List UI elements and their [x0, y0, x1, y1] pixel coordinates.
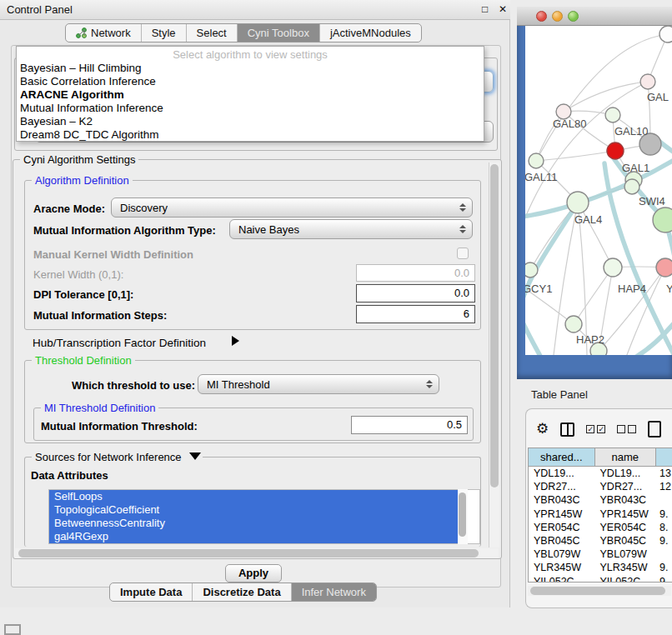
collapse-arrow-icon[interactable]	[189, 452, 201, 460]
dropdown-item[interactable]: Bayesian – K2	[17, 115, 484, 128]
network-window-titlebar	[517, 7, 672, 26]
tab-cyni-toolbox[interactable]: Cyni Toolbox	[238, 24, 320, 42]
tab-network[interactable]: Network	[66, 24, 142, 42]
expand-arrow-icon[interactable]	[232, 336, 239, 346]
table-row[interactable]: YLR345W YLR345W 9.	[529, 561, 672, 574]
network-node[interactable]	[565, 316, 582, 332]
column-header-shared-name[interactable]: shared...	[529, 448, 595, 466]
mi-threshold-field[interactable]: 0.5	[351, 416, 468, 434]
tab-select[interactable]: Select	[187, 24, 238, 42]
tab-infer-network[interactable]: Infer Network	[292, 583, 376, 601]
node-label: HAP4	[618, 282, 646, 295]
tab-style[interactable]: Style	[142, 24, 187, 42]
aracne-mode-label: Aracne Mode:	[33, 202, 105, 215]
close-window-icon[interactable]	[536, 11, 547, 22]
manual-kernel-checkbox[interactable]	[457, 248, 469, 259]
collapsed-panel-icon[interactable]	[4, 624, 21, 635]
attribute-list-scrollbar[interactable]	[458, 489, 468, 544]
dropdown-prompt: Select algorithm to view settings	[17, 47, 484, 62]
settings-vertical-scrollbar[interactable]	[489, 162, 499, 548]
cell: 8.	[656, 521, 672, 534]
mi-type-value: Naive Bayes	[238, 223, 299, 236]
column-layout-icon[interactable]	[560, 422, 574, 437]
network-graph	[525, 26, 672, 355]
minimize-window-icon[interactable]	[552, 11, 563, 22]
apply-button[interactable]: Apply	[225, 564, 282, 582]
dpi-tolerance-field[interactable]: 0.0	[356, 284, 475, 302]
cell: YER054C	[529, 521, 595, 534]
mi-algorithm-type-combo[interactable]: Naive Bayes	[229, 219, 473, 239]
close-icon[interactable]: ✕	[499, 3, 507, 15]
scrollbar-thumb[interactable]	[490, 164, 499, 488]
dropdown-item[interactable]: Dream8 DC_TDC Algorithm	[17, 128, 484, 142]
aracne-mode-value: Discovery	[120, 202, 168, 214]
which-threshold-combo[interactable]: MI Threshold	[198, 374, 439, 394]
settings-horizontal-scrollbar[interactable]	[15, 548, 499, 558]
column-header-name[interactable]: name	[595, 448, 657, 466]
tab-discretize-data[interactable]: Discretize Data	[193, 583, 291, 601]
dropdown-item[interactable]: Mutual Information Inference	[17, 102, 484, 115]
bottom-tabbar: Impute Data Discretize Data Infer Networ…	[109, 582, 377, 602]
gear-icon[interactable]: ⚙	[536, 421, 549, 438]
dropdown-item-selected[interactable]: ARACNE Algorithm	[17, 88, 484, 102]
network-node[interactable]	[605, 108, 620, 122]
control-panel-titlebar: Control Panel □ ✕	[0, 0, 510, 20]
network-node[interactable]	[656, 258, 672, 277]
combo-arrows-icon	[426, 380, 433, 388]
export-table-icon[interactable]	[648, 421, 661, 438]
aracne-mode-combo[interactable]: Discovery	[111, 198, 473, 218]
scrollbar-thumb[interactable]	[18, 549, 479, 558]
table-row[interactable]: YBL079W YBL079W	[529, 548, 672, 561]
table-row[interactable]: YIL052C YIL052C 9.	[529, 575, 672, 583]
cell: YIL052C	[595, 575, 657, 583]
cell: YBL079W	[595, 548, 657, 561]
scrollbar-thumb[interactable]	[530, 587, 665, 595]
checked-box-icon: ✓	[586, 425, 594, 433]
table-panel: ⚙ ✓ ✓ shared... name YDL19... YDL19... 1…	[525, 408, 672, 608]
dropdown-item[interactable]: Bayesian – Hill Climbing	[17, 62, 484, 75]
network-node[interactable]	[604, 258, 622, 277]
table-row[interactable]: YER054C YER054C 8.	[529, 521, 672, 534]
table-row[interactable]: YDR27... YDR27... 12	[529, 480, 672, 493]
table-row[interactable]: YDL19... YDL19... 13	[529, 467, 672, 480]
cell: YBR043C	[595, 493, 657, 507]
tab-jactivemnodules[interactable]: jActiveMNodules	[320, 24, 421, 42]
tab-style-label: Style	[152, 27, 176, 39]
dropdown-item[interactable]: Basic Correlation Inference	[17, 75, 484, 88]
mi-steps-field[interactable]: 6	[356, 305, 475, 323]
table-row[interactable]: YPR145W YPR145W 9.	[529, 508, 672, 521]
node-label: GAL80	[553, 118, 586, 130]
select-all-columns-icon[interactable]: ✓ ✓	[586, 425, 605, 433]
combo-arrows-icon	[459, 203, 466, 212]
network-node[interactable]	[529, 153, 544, 168]
network-node[interactable]	[640, 74, 655, 89]
network-node[interactable]	[567, 192, 589, 213]
network-node[interactable]	[525, 262, 538, 278]
attribute-item-selected[interactable]: BetweennessCentrality	[49, 517, 459, 530]
checked-box-icon: ✓	[597, 425, 605, 433]
cell: YER054C	[595, 521, 657, 534]
attribute-item-selected[interactable]: TopologicalCoefficient	[49, 503, 459, 517]
zoom-window-icon[interactable]	[568, 11, 579, 22]
deselect-all-columns-icon[interactable]	[617, 425, 636, 433]
table-row[interactable]: YBR043C YBR043C	[529, 493, 672, 507]
kernel-width-field[interactable]: 0.0	[356, 264, 475, 282]
mi-type-label: Mutual Information Algorithm Type:	[33, 224, 216, 237]
attribute-item-selected[interactable]: SelfLoops	[49, 490, 459, 503]
float-window-icon[interactable]: □	[482, 3, 488, 15]
network-node[interactable]	[659, 26, 672, 42]
network-node-selected[interactable]	[607, 142, 624, 159]
cell: YIL052C	[529, 575, 595, 583]
attribute-item-selected[interactable]: gal4RGexp	[49, 530, 459, 543]
table-horizontal-scrollbar[interactable]	[528, 586, 671, 596]
network-node[interactable]	[624, 179, 639, 194]
tab-impute-data[interactable]: Impute Data	[110, 583, 193, 601]
network-canvas[interactable]: GAL GAL80 GAL10 GAL1 GAL11 GAL4 SWI4 GCY…	[525, 26, 672, 355]
tab-select-label: Select	[197, 27, 227, 39]
table-toolbar: ⚙ ✓ ✓	[536, 419, 672, 439]
scrollbar-thumb[interactable]	[459, 492, 466, 537]
table-row[interactable]: YBR045C YBR045C 9.	[529, 534, 672, 548]
column-header-partial[interactable]	[656, 448, 672, 466]
table-header-row: shared... name	[529, 448, 672, 467]
network-node[interactable]	[653, 208, 672, 232]
